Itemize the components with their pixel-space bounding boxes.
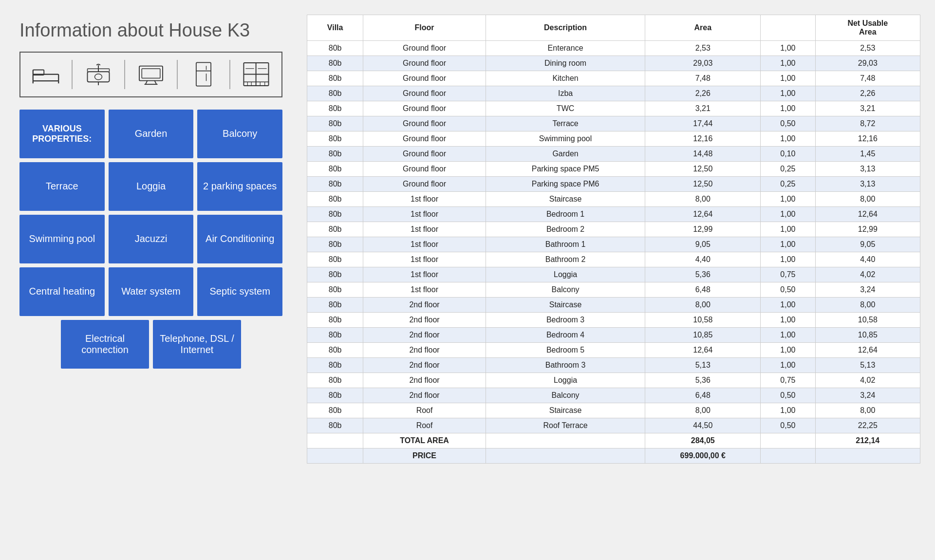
- price-cell: [761, 448, 815, 464]
- table-cell: Ground floor: [363, 147, 486, 162]
- table-row: 80b2nd floorBedroom 310,581,0010,58: [307, 313, 920, 328]
- table-cell: 80b: [307, 252, 363, 267]
- table-cell: 12,64: [815, 207, 920, 222]
- table-cell: 80b: [307, 237, 363, 252]
- table-cell: 1,00: [761, 313, 815, 328]
- total-cell: 284,05: [645, 433, 761, 448]
- table-cell: 1,00: [761, 56, 815, 71]
- table-cell: 2,26: [815, 86, 920, 101]
- sink-icon: [84, 61, 113, 88]
- price-row: PRICE699.000,00 €: [307, 448, 920, 464]
- svg-line-15: [154, 81, 156, 85]
- table-cell: 1,00: [761, 328, 815, 343]
- table-cell: 1st floor: [363, 252, 486, 267]
- table-cell: 12,99: [815, 222, 920, 237]
- table-cell: 10,85: [645, 328, 761, 343]
- table-cell: 1,00: [761, 237, 815, 252]
- table-cell: 12,64: [645, 343, 761, 358]
- balcony-icon: [242, 61, 271, 88]
- table-cell: 80b: [307, 131, 363, 147]
- table-cell: 80b: [307, 282, 363, 298]
- table-row: 80b1st floorStaircase8,001,008,00: [307, 192, 920, 207]
- table-cell: Roof Terrace: [486, 418, 645, 433]
- table-cell: 3,13: [815, 162, 920, 177]
- table-cell: 0,50: [761, 418, 815, 433]
- table-cell: 3,21: [645, 101, 761, 116]
- table-cell: 80b: [307, 313, 363, 328]
- table-row: 80b1st floorBedroom 212,991,0012,99: [307, 222, 920, 237]
- svg-line-14: [146, 81, 148, 85]
- svg-rect-5: [87, 72, 109, 82]
- table-cell: 1,00: [761, 71, 815, 86]
- table-row: 80bGround floorParking space PM612,500,2…: [307, 177, 920, 192]
- table-row: 80b2nd floorBathroom 35,131,005,13: [307, 358, 920, 373]
- table-cell: 80b: [307, 298, 363, 313]
- table-cell: 80b: [307, 222, 363, 237]
- total-cell: [486, 433, 645, 448]
- col-floor: Floor: [363, 15, 486, 41]
- prop-tile-balcony: Balcony: [197, 110, 282, 158]
- table-cell: 1st floor: [363, 237, 486, 252]
- table-cell: Staircase: [486, 298, 645, 313]
- table-cell: 1,00: [761, 101, 815, 116]
- divider-2: [124, 60, 125, 89]
- svg-rect-17: [196, 63, 211, 86]
- table-cell: 80b: [307, 71, 363, 86]
- prop-tile-swimming: Swimming pool: [19, 215, 105, 263]
- table-cell: 80b: [307, 388, 363, 403]
- table-cell: 80b: [307, 177, 363, 192]
- table-row: 80bGround floorTWC3,211,003,21: [307, 101, 920, 116]
- price-cell: 699.000,00 €: [645, 448, 761, 464]
- table-cell: 10,58: [815, 313, 920, 328]
- table-cell: 80b: [307, 207, 363, 222]
- table-cell: 2nd floor: [363, 358, 486, 373]
- table-cell: 3,21: [815, 101, 920, 116]
- table-cell: Bedroom 5: [486, 343, 645, 358]
- table-cell: 3,13: [815, 177, 920, 192]
- table-cell: 2nd floor: [363, 388, 486, 403]
- prop-tile-loggia: Loggia: [109, 162, 194, 211]
- prop-tile-garden: Garden: [109, 110, 194, 158]
- table-cell: 12,16: [645, 131, 761, 147]
- table-cell: 80b: [307, 41, 363, 56]
- svg-rect-13: [142, 69, 160, 78]
- prop-tile-jacuzzi: Jacuzzi: [109, 215, 194, 263]
- table-cell: 1,00: [761, 298, 815, 313]
- prop-tile-water: Water system: [109, 267, 194, 316]
- table-row: 80b1st floorLoggia5,360,754,02: [307, 267, 920, 282]
- table-header-row: Villa Floor Description Area Net UsableA…: [307, 15, 920, 41]
- table-cell: Loggia: [486, 373, 645, 388]
- table-cell: Bedroom 4: [486, 328, 645, 343]
- table-cell: 8,00: [645, 403, 761, 418]
- property-table: Villa Floor Description Area Net UsableA…: [307, 15, 920, 464]
- table-cell: 12,64: [815, 343, 920, 358]
- table-cell: 8,72: [815, 116, 920, 131]
- table-cell: 12,99: [645, 222, 761, 237]
- table-cell: Izba: [486, 86, 645, 101]
- table-cell: 1st floor: [363, 267, 486, 282]
- table-cell: 9,05: [645, 237, 761, 252]
- table-cell: 29,03: [645, 56, 761, 71]
- table-cell: 80b: [307, 162, 363, 177]
- divider-4: [229, 60, 230, 89]
- bed-icon: [31, 61, 60, 88]
- table-cell: 1st floor: [363, 222, 486, 237]
- table-row: 80bGround floorEnterance2,531,002,53: [307, 41, 920, 56]
- col-net-usable: Net UsableArea: [815, 15, 920, 41]
- table-row: 80bGround floorTerrace17,440,508,72: [307, 116, 920, 131]
- table-cell: Bedroom 3: [486, 313, 645, 328]
- total-row: TOTAL AREA284,05212,14: [307, 433, 920, 448]
- col-area: Area: [645, 15, 761, 41]
- table-cell: 1,00: [761, 358, 815, 373]
- table-cell: Bedroom 2: [486, 222, 645, 237]
- table-cell: 0,50: [761, 116, 815, 131]
- table-cell: 1,00: [761, 207, 815, 222]
- table-cell: Bedroom 1: [486, 207, 645, 222]
- price-cell: [307, 448, 363, 464]
- table-cell: 1st floor: [363, 207, 486, 222]
- table-cell: 12,50: [645, 162, 761, 177]
- table-cell: 1,00: [761, 41, 815, 56]
- total-cell: [761, 433, 815, 448]
- table-cell: 5,13: [645, 358, 761, 373]
- table-cell: Balcony: [486, 282, 645, 298]
